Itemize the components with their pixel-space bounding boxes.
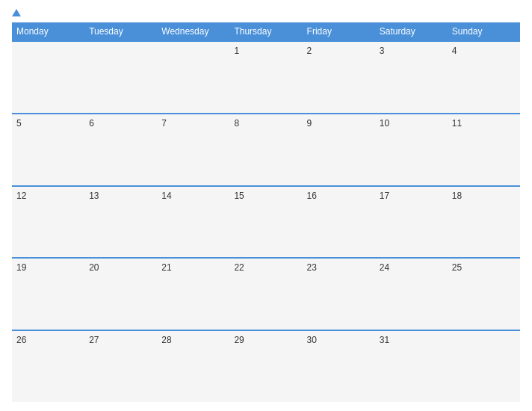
day-number: 23 (307, 262, 317, 273)
day-cell (157, 42, 229, 113)
day-cell: 15 (229, 187, 302, 258)
day-number: 26 (16, 335, 26, 345)
day-header-saturday: Saturday (375, 22, 448, 40)
week-row-3: 12131415161718 (12, 185, 520, 258)
day-number: 6 (89, 118, 94, 129)
day-cell: 25 (448, 259, 520, 330)
day-cell: 1 (229, 42, 302, 113)
day-header-tuesday: Tuesday (84, 22, 157, 40)
day-number: 27 (89, 335, 99, 345)
day-cell: 26 (12, 331, 84, 402)
day-cell: 27 (84, 331, 157, 402)
calendar-page: MondayTuesdayWednesdayThursdayFridaySatu… (0, 0, 532, 411)
day-number: 5 (16, 118, 22, 129)
day-number: 11 (452, 118, 462, 129)
day-number: 12 (16, 191, 26, 201)
day-cell (12, 42, 84, 113)
weeks-container: 1234567891011121314151617181920212223242… (12, 40, 520, 402)
day-cell: 7 (157, 114, 229, 185)
week-row-2: 567891011 (12, 113, 520, 185)
day-number: 3 (380, 46, 385, 56)
calendar-grid: MondayTuesdayWednesdayThursdayFridaySatu… (12, 22, 520, 402)
day-number: 28 (161, 335, 171, 345)
day-cell (84, 42, 157, 113)
day-cell: 11 (448, 114, 520, 185)
day-number: 29 (234, 335, 244, 345)
day-header-friday: Friday (303, 22, 375, 40)
day-number: 14 (161, 191, 171, 201)
day-cell: 5 (12, 114, 84, 185)
day-cell: 4 (448, 42, 520, 113)
logo (12, 9, 22, 16)
day-cell: 8 (229, 114, 302, 185)
day-number: 9 (307, 118, 312, 129)
day-number: 24 (380, 262, 389, 273)
day-cell: 12 (12, 187, 84, 258)
header (12, 9, 520, 16)
day-number: 4 (452, 46, 457, 56)
day-cell: 13 (84, 187, 157, 258)
day-header-sunday: Sunday (448, 22, 520, 40)
week-row-4: 19202122232425 (12, 257, 520, 330)
day-cell: 6 (84, 114, 157, 185)
day-cell: 2 (303, 42, 375, 113)
day-cell: 20 (84, 259, 157, 330)
day-cell: 24 (375, 259, 448, 330)
day-number: 19 (16, 262, 26, 273)
day-number: 1 (234, 46, 239, 56)
day-number: 20 (89, 262, 99, 273)
day-cell: 3 (375, 42, 448, 113)
day-cell: 21 (157, 259, 229, 330)
logo-triangle-icon (12, 9, 21, 16)
day-cell: 9 (303, 114, 375, 185)
day-number: 10 (380, 118, 389, 129)
day-cell: 30 (303, 331, 375, 402)
day-cell: 14 (157, 187, 229, 258)
day-number: 25 (452, 262, 462, 273)
day-cell: 23 (303, 259, 375, 330)
day-cell: 17 (375, 187, 448, 258)
day-number: 22 (234, 262, 244, 273)
day-number: 31 (380, 335, 389, 345)
day-cell: 19 (12, 259, 84, 330)
day-cell: 16 (303, 187, 375, 258)
day-cell (448, 331, 520, 402)
day-number: 8 (234, 118, 239, 129)
day-number: 18 (452, 191, 462, 201)
day-number: 7 (161, 118, 167, 129)
day-number: 2 (307, 46, 312, 56)
day-number: 13 (89, 191, 99, 201)
day-number: 30 (307, 335, 317, 345)
day-cell: 28 (157, 331, 229, 402)
day-number: 15 (234, 191, 244, 201)
day-cell: 22 (229, 259, 302, 330)
day-number: 16 (307, 191, 317, 201)
day-cell: 31 (375, 331, 448, 402)
day-headers-row: MondayTuesdayWednesdayThursdayFridaySatu… (12, 22, 520, 40)
day-cell: 18 (448, 187, 520, 258)
day-number: 21 (161, 262, 171, 273)
logo-blue-text (12, 9, 22, 16)
day-header-wednesday: Wednesday (157, 22, 229, 40)
day-header-monday: Monday (12, 22, 84, 40)
day-header-thursday: Thursday (229, 22, 302, 40)
day-number: 17 (380, 191, 389, 201)
day-cell: 29 (229, 331, 302, 402)
week-row-5: 262728293031 (12, 330, 520, 402)
week-row-1: 1234 (12, 40, 520, 113)
day-cell: 10 (375, 114, 448, 185)
